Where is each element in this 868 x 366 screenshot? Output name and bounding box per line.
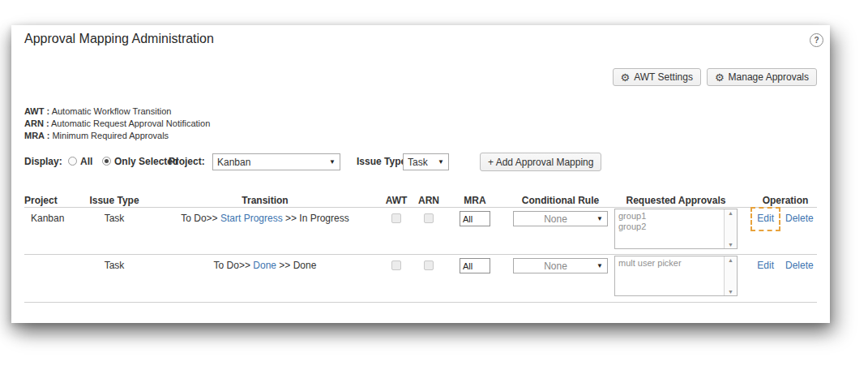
- operation-cell: EditDelete: [745, 213, 826, 224]
- delete-link[interactable]: Delete: [785, 213, 814, 224]
- row-issue-type-value: Task: [82, 260, 147, 271]
- add-approval-mapping-button[interactable]: + Add Approval Mapping: [480, 153, 601, 171]
- project-select[interactable]: Kanban ▼: [212, 153, 340, 170]
- project-select-value: Kanban: [217, 157, 326, 168]
- scroll-up-icon[interactable]: ▲: [728, 210, 733, 216]
- filter-bar: Display: All Only Selected Project: Kanb…: [11, 153, 830, 174]
- awt-settings-label: AWT Settings: [634, 71, 693, 83]
- issue-type-label: Issue Type:: [357, 156, 409, 167]
- divider: [24, 254, 817, 255]
- manage-approvals-label: Manage Approvals: [729, 71, 809, 83]
- arn-checkbox[interactable]: [424, 213, 434, 223]
- add-approval-mapping-label: + Add Approval Mapping: [488, 157, 593, 168]
- mra-input[interactable]: All: [460, 258, 490, 273]
- page-title: Approval Mapping Administration: [24, 32, 214, 46]
- requested-approvals-textarea[interactable]: mult user picker ▲ ▼: [614, 256, 738, 296]
- transition-to: >> In Progress: [283, 213, 349, 224]
- row-transition: To Do>> Start Progress >> In Progress: [168, 213, 362, 224]
- header-awt: AWT: [380, 195, 413, 206]
- header-conditional-rule: Conditional Rule: [513, 195, 608, 206]
- awt-settings-button[interactable]: ⚙ AWT Settings: [613, 68, 701, 86]
- display-only-selected-radio[interactable]: [102, 157, 111, 166]
- edit-link-wrap: Edit: [757, 260, 774, 271]
- edit-link[interactable]: Edit: [757, 260, 774, 271]
- transition-link[interactable]: Start Progress: [220, 213, 283, 224]
- chevron-down-icon: ▼: [329, 158, 336, 166]
- toolbar: ⚙ AWT Settings ⚙ Manage Approvals: [613, 68, 817, 86]
- header-transition: Transition: [168, 195, 362, 206]
- transition-from: To Do>>: [181, 213, 220, 224]
- transition-from: To Do>>: [214, 260, 254, 271]
- requested-approvals-value: group1 group2: [615, 209, 724, 248]
- display-label: Display:: [24, 156, 62, 167]
- issue-type-select[interactable]: Task ▼: [403, 153, 449, 170]
- requested-approvals-textarea[interactable]: group1 group2 ▲ ▼: [614, 209, 738, 249]
- acronym-legend: AWT : Automatic Workflow Transition ARN …: [24, 105, 210, 142]
- operation-cell: EditDelete: [745, 260, 826, 271]
- header-mra: MRA: [455, 195, 495, 206]
- mra-input[interactable]: All: [460, 211, 490, 226]
- legend-term: AWT :: [24, 106, 49, 116]
- conditional-rule-select[interactable]: None ▼: [513, 211, 608, 226]
- arn-checkbox[interactable]: [424, 261, 434, 270]
- row-issue-type-value: Task: [82, 213, 147, 224]
- project-label: Project:: [169, 156, 205, 167]
- delete-link[interactable]: Delete: [785, 260, 814, 271]
- table-header-row: Project Issue Type Transition AWT ARN MR…: [11, 195, 830, 208]
- legend-description: Automatic Request Approval Notification: [51, 118, 210, 128]
- scroll-up-icon[interactable]: ▲: [728, 257, 733, 263]
- awt-checkbox[interactable]: [391, 213, 401, 223]
- legend-line-arn: ARN : Automatic Request Approval Notific…: [24, 118, 210, 130]
- requested-approvals-value: mult user picker: [615, 256, 724, 295]
- scroll-down-icon[interactable]: ▼: [728, 289, 733, 295]
- legend-description: Minimum Required Approvals: [52, 131, 169, 140]
- table-row: Task To Do>> Done >> Done All None ▼ mul…: [11, 256, 830, 301]
- legend-line-mra: MRA : Minimum Required Approvals: [24, 130, 210, 142]
- edit-link[interactable]: Edit: [757, 213, 774, 224]
- table-row: Kanban Task To Do>> Start Progress >> In…: [11, 209, 830, 254]
- legend-term: MRA :: [24, 131, 49, 140]
- display-all-radio[interactable]: [68, 157, 77, 166]
- chevron-down-icon: ▼: [596, 215, 603, 222]
- header-requested-approvals: Requested Approvals: [614, 195, 738, 206]
- awt-checkbox[interactable]: [391, 261, 401, 270]
- conditional-rule-select[interactable]: None ▼: [513, 258, 608, 273]
- divider: [24, 207, 817, 208]
- manage-approvals-button[interactable]: ⚙ Manage Approvals: [707, 68, 817, 86]
- conditional-rule-value: None: [518, 261, 593, 272]
- approval-mapping-panel: Approval Mapping Administration ? ⚙ AWT …: [11, 25, 830, 323]
- gear-icon: ⚙: [715, 72, 725, 83]
- legend-line-awt: AWT : Automatic Workflow Transition: [24, 105, 210, 118]
- transition-to: >> Done: [276, 260, 316, 271]
- header-operation: Operation: [745, 195, 826, 206]
- transition-link[interactable]: Done: [253, 260, 276, 271]
- chevron-down-icon: ▼: [596, 262, 603, 269]
- display-all-label[interactable]: All: [80, 156, 92, 167]
- help-icon[interactable]: ?: [810, 33, 823, 47]
- conditional-rule-value: None: [518, 213, 593, 225]
- textarea-scrollbar[interactable]: ▲ ▼: [724, 209, 737, 248]
- edit-link-highlight: Edit: [757, 213, 774, 224]
- divider: [24, 302, 817, 303]
- legend-term: ARN :: [24, 118, 49, 128]
- chevron-down-icon: ▼: [438, 158, 444, 166]
- textarea-scrollbar[interactable]: ▲ ▼: [724, 256, 737, 295]
- header-issue-type: Issue Type: [82, 195, 147, 206]
- issue-type-select-value: Task: [408, 157, 434, 168]
- legend-description: Automatic Workflow Transition: [52, 106, 172, 116]
- row-transition: To Do>> Done >> Done: [168, 260, 362, 271]
- header-arn: ARN: [413, 195, 445, 206]
- page-background: Approval Mapping Administration ? ⚙ AWT …: [0, 0, 868, 366]
- scroll-down-icon[interactable]: ▼: [728, 242, 733, 248]
- gear-icon: ⚙: [621, 72, 631, 83]
